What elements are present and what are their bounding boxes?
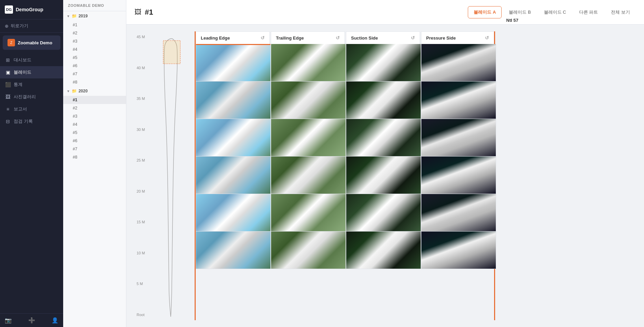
tree-item-2020-6[interactable]: #6 [63, 137, 126, 145]
tabs-container: 블레이드 A 블레이드 B 블레이드 C 다른 파트 전체 보기 [468, 6, 636, 18]
tree-item-2019-3[interactable]: #3 [63, 37, 126, 45]
sidebar-app-item[interactable]: Z Zoomable Demo [3, 35, 60, 50]
leading-edge-cell-2[interactable] [196, 81, 271, 119]
image-grid-area: Leading Edge ↺ Trailing Edge ↺ [195, 25, 644, 327]
tree-item-2019-7[interactable]: #7 [63, 70, 126, 78]
suction-side-cell-6[interactable] [346, 232, 421, 269]
leading-edge-label: Leading Edge [201, 35, 230, 41]
pressure-side-cell-1[interactable] [421, 44, 496, 81]
tab-view-all[interactable]: 전체 보기 [605, 6, 636, 18]
column-pressure-side: Pressure Side ↺ [420, 31, 495, 320]
tab-blade-a[interactable]: 블레이드 A [468, 6, 502, 18]
pressure-side-cell-4[interactable] [421, 157, 496, 194]
leading-edge-cell-4[interactable] [196, 157, 271, 194]
suction-side-cell-5[interactable] [346, 194, 421, 232]
tree-item-2020-8[interactable]: #8 [63, 153, 126, 161]
ruler-35m: 35 M [137, 96, 152, 101]
report-icon: ≡ [5, 106, 11, 112]
stats-label: 통계 [14, 81, 23, 88]
trailing-edge-cell-3[interactable] [271, 119, 346, 157]
leading-edge-cell-6[interactable] [196, 232, 271, 269]
selected-overlay [196, 44, 270, 45]
sidebar-item-report[interactable]: ≡ 보고서 [0, 103, 63, 115]
main-content: 🖼 #1 블레이드 A 블레이드 B 블레이드 C 다른 파트 전체 보기 45… [126, 0, 644, 327]
sidebar-group-name: DemoGroup [16, 7, 43, 12]
leading-edge-cell-1[interactable] [196, 44, 271, 81]
trailing-edge-cell-4[interactable] [271, 157, 346, 194]
ruler-20m: 20 M [137, 189, 152, 193]
pressure-side-cell-6[interactable] [421, 232, 496, 269]
page-title: #1 [145, 8, 153, 17]
history-icon: ⊟ [5, 119, 11, 124]
tree-item-2020-2[interactable]: #2 [63, 104, 126, 112]
back-label: 뒤로가기 [11, 23, 28, 29]
pressure-side-cell-2[interactable] [421, 81, 496, 119]
pressure-side-cell-3[interactable] [421, 119, 496, 157]
add-icon[interactable]: ➕ [28, 317, 35, 324]
page-title-section: 🖼 #1 [135, 8, 153, 17]
tree-item-2019-6[interactable]: #6 [63, 62, 126, 70]
year-expand-icon-2020: ▼ [67, 89, 70, 93]
tree-item-2020-4[interactable]: #4 [63, 120, 126, 129]
sidebar-item-dashboard[interactable]: ⊞ 대시보드 [0, 54, 63, 66]
tree-item-2020-1[interactable]: #1 [63, 96, 126, 104]
suction-side-cell-1[interactable] [346, 44, 421, 81]
tree-item-2020-3[interactable]: #3 [63, 112, 126, 120]
tree-item-2020-7[interactable]: #7 [63, 145, 126, 153]
gallery-icon: 🖼 [5, 94, 11, 100]
sidebar-back-button[interactable]: ⊕ 뒤로가기 [0, 19, 63, 33]
tree-item-2020-5[interactable]: #5 [63, 129, 126, 137]
tree-item-2019-8[interactable]: #8 [63, 78, 126, 86]
leading-edge-refresh[interactable]: ↺ [261, 35, 265, 41]
column-leading-edge: Leading Edge ↺ [195, 31, 270, 320]
camera-icon[interactable]: 📷 [5, 317, 12, 324]
year-expand-icon: ▼ [67, 14, 70, 18]
trailing-edge-cell-6[interactable] [271, 232, 346, 269]
suction-side-refresh[interactable]: ↺ [411, 35, 415, 41]
trailing-edge-cell-5[interactable] [271, 194, 346, 232]
trailing-edge-cell-1[interactable] [271, 44, 346, 81]
year-label-2019: 2019 [79, 14, 88, 18]
blade-area: 45 M 40 M 35 M 30 M 25 M 20 M 15 M 10 M … [126, 25, 644, 327]
ruler-root: Root [137, 313, 152, 317]
tree-item-2019-2[interactable]: #2 [63, 29, 126, 37]
sidebar-item-stats[interactable]: ⬛ 통계 [0, 78, 63, 91]
suction-side-cell-4[interactable] [346, 157, 421, 194]
pressure-side-refresh[interactable]: ↺ [485, 35, 489, 41]
trailing-edge-cell-2[interactable] [271, 81, 346, 119]
column-header-trailing-edge: Trailing Edge ↺ [271, 31, 345, 44]
sidebar-item-blade[interactable]: ▣ 블레이드 [0, 66, 63, 78]
sidebar-header: DG DemoGroup [0, 0, 63, 19]
tree-item-2019-5[interactable]: #5 [63, 54, 126, 62]
ruler-5m: 5 M [137, 282, 152, 286]
tree-year-2020[interactable]: ▼ 📁 2020 [63, 86, 126, 96]
sidebar-logo: DG [5, 5, 13, 14]
sidebar-item-gallery[interactable]: 🖼 사진갤러리 [0, 91, 63, 103]
suction-side-cell-3[interactable] [346, 119, 421, 157]
tree-item-2019-4[interactable]: #4 [63, 45, 126, 54]
leading-edge-cell-3[interactable] [196, 119, 271, 157]
suction-side-cell-2[interactable] [346, 81, 421, 119]
pressure-side-cell-5[interactable] [421, 194, 496, 232]
tree-year-2019[interactable]: ▼ 📁 2019 [63, 11, 126, 21]
tree-item-2019-1[interactable]: #1 [63, 21, 126, 29]
page-icon: 🖼 [135, 8, 141, 16]
leading-edge-cell-5[interactable] [196, 194, 271, 232]
tab-blade-c[interactable]: 블레이드 C [538, 6, 572, 18]
pressure-side-label: Pressure Side [426, 35, 456, 41]
sidebar-item-history[interactable]: ⊟ 점검 기록 [0, 115, 63, 128]
sidebar: DG DemoGroup ⊕ 뒤로가기 Z Zoomable Demo ⊞ 대시… [0, 0, 63, 327]
trailing-edge-refresh[interactable]: ↺ [336, 35, 340, 41]
column-header-pressure-side: Pressure Side ↺ [421, 31, 494, 44]
user-icon[interactable]: 👤 [52, 317, 58, 324]
column-trailing-edge: Trailing Edge ↺ [270, 31, 345, 320]
ruler-45m: 45 M [137, 35, 152, 39]
tree-panel: Zoomable Demo ▼ 📁 2019 #1 #2 #3 #4 #5 #6… [63, 0, 126, 327]
svg-rect-0 [163, 41, 180, 64]
history-label: 점검 기록 [14, 118, 33, 124]
blade-icon: ▣ [5, 70, 11, 75]
sidebar-footer: 📷 ➕ 👤 [0, 313, 63, 327]
ruler-25m: 25 M [137, 158, 152, 162]
tree-panel-title: Zoomable Demo [63, 0, 126, 11]
tab-other-parts[interactable]: 다른 파트 [573, 6, 604, 18]
